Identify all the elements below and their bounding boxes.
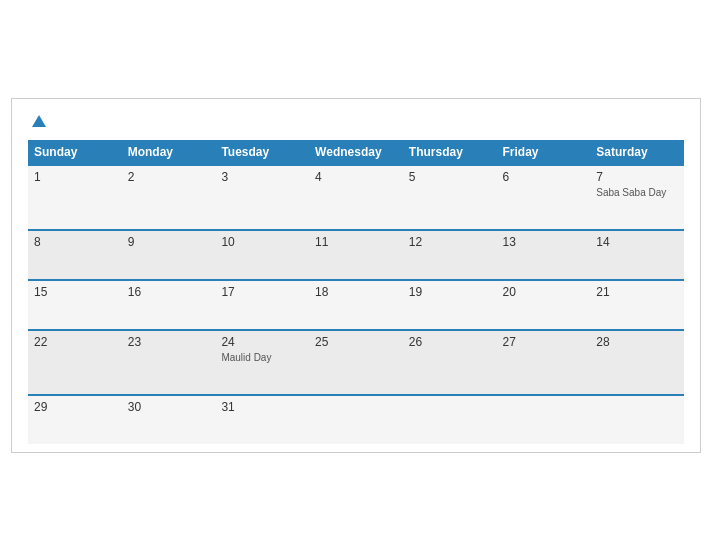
logo-general xyxy=(28,115,46,128)
calendar-cell: 2 xyxy=(122,165,216,230)
calendar-cell: 7Saba Saba Day xyxy=(590,165,684,230)
calendar-cell xyxy=(497,395,591,444)
calendar-cell: 30 xyxy=(122,395,216,444)
day-number: 14 xyxy=(596,235,678,249)
day-number: 16 xyxy=(128,285,210,299)
calendar-cell: 15 xyxy=(28,280,122,330)
day-number: 5 xyxy=(409,170,491,184)
calendar-cell xyxy=(309,395,403,444)
week-row-5: 293031 xyxy=(28,395,684,444)
week-row-1: 1234567Saba Saba Day xyxy=(28,165,684,230)
day-number: 17 xyxy=(221,285,303,299)
weekday-header-saturday: Saturday xyxy=(590,140,684,165)
day-number: 30 xyxy=(128,400,210,414)
calendar-cell: 28 xyxy=(590,330,684,395)
day-number: 8 xyxy=(34,235,116,249)
day-number: 9 xyxy=(128,235,210,249)
calendar-cell: 31 xyxy=(215,395,309,444)
day-number: 29 xyxy=(34,400,116,414)
calendar-header xyxy=(28,115,684,128)
calendar-cell: 27 xyxy=(497,330,591,395)
calendar-cell xyxy=(403,395,497,444)
day-number: 12 xyxy=(409,235,491,249)
calendar-cell: 20 xyxy=(497,280,591,330)
day-number: 21 xyxy=(596,285,678,299)
calendar-cell: 3 xyxy=(215,165,309,230)
day-number: 10 xyxy=(221,235,303,249)
logo-triangle-icon xyxy=(32,115,46,127)
day-number: 3 xyxy=(221,170,303,184)
logo xyxy=(28,115,46,128)
day-number: 7 xyxy=(596,170,678,184)
calendar-cell: 1 xyxy=(28,165,122,230)
weekday-header-monday: Monday xyxy=(122,140,216,165)
day-number: 2 xyxy=(128,170,210,184)
calendar-body: 1234567Saba Saba Day89101112131415161718… xyxy=(28,165,684,444)
day-number: 28 xyxy=(596,335,678,349)
calendar-cell: 23 xyxy=(122,330,216,395)
calendar-cell: 18 xyxy=(309,280,403,330)
calendar-cell: 14 xyxy=(590,230,684,280)
day-number: 19 xyxy=(409,285,491,299)
day-number: 1 xyxy=(34,170,116,184)
weekday-header-thursday: Thursday xyxy=(403,140,497,165)
calendar-cell: 12 xyxy=(403,230,497,280)
calendar-cell: 16 xyxy=(122,280,216,330)
holiday-name: Saba Saba Day xyxy=(596,186,678,199)
day-number: 11 xyxy=(315,235,397,249)
weekday-header-tuesday: Tuesday xyxy=(215,140,309,165)
calendar-cell: 25 xyxy=(309,330,403,395)
day-number: 25 xyxy=(315,335,397,349)
day-number: 24 xyxy=(221,335,303,349)
calendar-cell: 9 xyxy=(122,230,216,280)
calendar-cell: 26 xyxy=(403,330,497,395)
weekday-header-friday: Friday xyxy=(497,140,591,165)
calendar-cell: 11 xyxy=(309,230,403,280)
calendar-cell: 13 xyxy=(497,230,591,280)
weekday-header-sunday: Sunday xyxy=(28,140,122,165)
calendar-thead: SundayMondayTuesdayWednesdayThursdayFrid… xyxy=(28,140,684,165)
weekday-header-wednesday: Wednesday xyxy=(309,140,403,165)
calendar-cell: 4 xyxy=(309,165,403,230)
calendar-cell: 21 xyxy=(590,280,684,330)
day-number: 27 xyxy=(503,335,585,349)
calendar-cell xyxy=(590,395,684,444)
day-number: 13 xyxy=(503,235,585,249)
day-number: 18 xyxy=(315,285,397,299)
calendar-cell: 22 xyxy=(28,330,122,395)
day-number: 22 xyxy=(34,335,116,349)
day-number: 23 xyxy=(128,335,210,349)
calendar-container: SundayMondayTuesdayWednesdayThursdayFrid… xyxy=(11,98,701,453)
calendar-cell: 17 xyxy=(215,280,309,330)
day-number: 31 xyxy=(221,400,303,414)
day-number: 20 xyxy=(503,285,585,299)
day-number: 15 xyxy=(34,285,116,299)
calendar-grid: SundayMondayTuesdayWednesdayThursdayFrid… xyxy=(28,140,684,444)
calendar-cell: 5 xyxy=(403,165,497,230)
calendar-cell: 10 xyxy=(215,230,309,280)
calendar-cell: 19 xyxy=(403,280,497,330)
day-number: 6 xyxy=(503,170,585,184)
holiday-name: Maulid Day xyxy=(221,351,303,364)
calendar-cell: 6 xyxy=(497,165,591,230)
calendar-cell: 8 xyxy=(28,230,122,280)
week-row-3: 15161718192021 xyxy=(28,280,684,330)
day-number: 4 xyxy=(315,170,397,184)
week-row-4: 222324Maulid Day25262728 xyxy=(28,330,684,395)
weekday-header-row: SundayMondayTuesdayWednesdayThursdayFrid… xyxy=(28,140,684,165)
day-number: 26 xyxy=(409,335,491,349)
week-row-2: 891011121314 xyxy=(28,230,684,280)
calendar-cell: 24Maulid Day xyxy=(215,330,309,395)
calendar-cell: 29 xyxy=(28,395,122,444)
